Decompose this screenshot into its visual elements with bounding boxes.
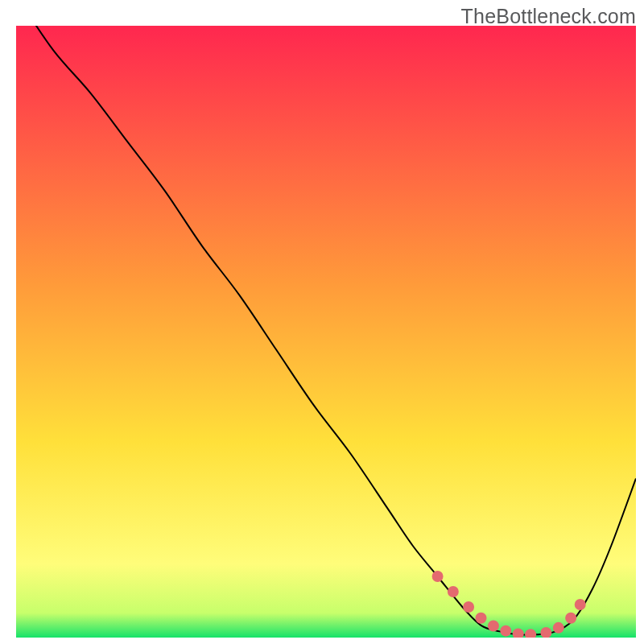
optimal-zone-marker: [476, 613, 487, 624]
optimal-zone-marker: [553, 622, 564, 634]
optimal-zone-marker: [565, 613, 576, 624]
optimal-zone-marker: [513, 628, 524, 639]
optimal-zone-marker: [463, 601, 474, 613]
chart-container: TheBottleneck.com: [0, 0, 644, 644]
optimal-zone-marker: [540, 627, 551, 638]
optimal-zone-marker: [432, 571, 444, 582]
optimal-zone-marker: [575, 599, 586, 610]
optimal-zone-marker: [500, 625, 511, 637]
optimal-zone-marker: [448, 586, 459, 597]
optimal-zone-marker: [488, 621, 499, 632]
bottleneck-curve-chart: [0, 0, 644, 644]
optimal-zone-marker: [525, 629, 536, 640]
